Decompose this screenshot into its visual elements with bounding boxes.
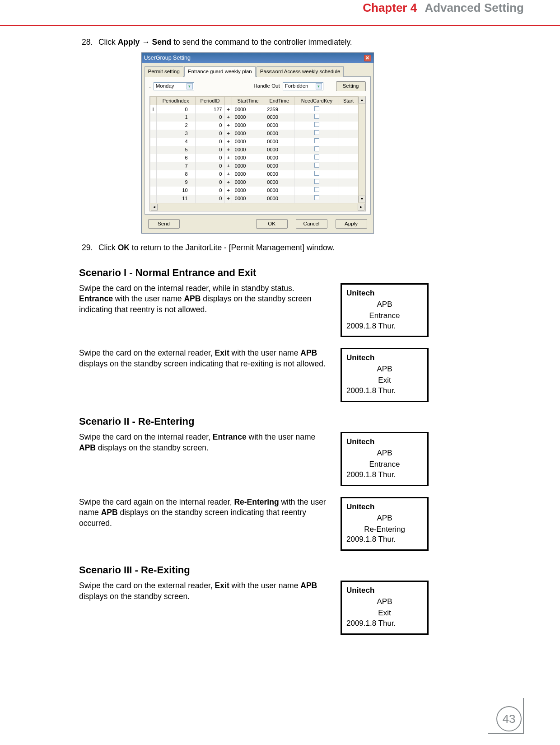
col-start[interactable]: Start: [339, 96, 358, 105]
table-row[interactable]: 70+00000000: [150, 162, 358, 170]
header-rule: [0, 25, 560, 26]
lcd-display-entrance: Unitech APB Entrance 2009.1.8 Thur.: [341, 283, 429, 337]
checkbox[interactable]: [314, 146, 319, 151]
lcd-date: 2009.1.8 Thur.: [346, 534, 423, 545]
table-row[interactable]: 100+00000000: [150, 187, 358, 195]
step-29-num: 29.: [82, 243, 96, 253]
apply-button[interactable]: Apply: [336, 219, 367, 229]
checkbox[interactable]: [314, 138, 319, 143]
page-number: 43: [496, 706, 522, 731]
usergroup-setting-dialog: UserGroup Setting ✕ Permit setting Entra…: [141, 52, 374, 234]
step-28-num: 28.: [82, 37, 96, 48]
scroll-right-icon[interactable]: ▸: [358, 204, 364, 211]
table-row[interactable]: 110+00000000: [150, 195, 358, 203]
scenario-1-para-2: Swipe the card on the external reader, E…: [79, 348, 330, 369]
lcd-status: Entrance: [346, 459, 423, 470]
lcd-display-exit-2: Unitech APB Exit 2009.1.8 Thur.: [341, 581, 429, 635]
period-grid: PeriodIndex PeriodID StartTime EndTime N…: [149, 96, 366, 211]
checkbox[interactable]: [314, 106, 319, 111]
lcd-username: APB: [346, 364, 423, 375]
tab-password-schedule[interactable]: Password Access weekly schedule: [257, 66, 344, 77]
lcd-username: APB: [346, 448, 423, 459]
col-starttime[interactable]: StartTime: [232, 96, 264, 105]
step-29: 29. Click OK to return to the JanitorLit…: [82, 243, 436, 253]
table-row[interactable]: 80+00000000: [150, 170, 358, 178]
checkbox[interactable]: [314, 122, 319, 127]
chapter-label: Chapter 4: [363, 1, 417, 14]
tab-permit-setting[interactable]: Permit setting: [145, 66, 183, 77]
scenario-2-heading: Scenario II - Re-Entering: [79, 415, 436, 428]
table-row[interactable]: 50+00000000: [150, 146, 358, 154]
ok-button[interactable]: OK: [256, 219, 288, 229]
lcd-status: Re-Entering: [346, 525, 423, 535]
checkbox[interactable]: [314, 163, 319, 168]
checkbox[interactable]: [314, 195, 319, 200]
chevron-down-icon: ▾: [316, 83, 322, 89]
lcd-brand: Unitech: [346, 437, 423, 447]
send-button[interactable]: Send: [148, 219, 180, 229]
table-row[interactable]: 10+00000000: [150, 113, 358, 122]
dialog-titlebar: UserGroup Setting ✕: [142, 53, 373, 63]
table-row[interactable]: 40+00000000: [150, 138, 358, 146]
handleout-value: Forbidden: [285, 83, 308, 90]
scroll-down-icon[interactable]: ▾: [359, 196, 365, 202]
setting-button[interactable]: Setting: [336, 81, 366, 91]
lcd-display-entrance-2: Unitech APB Entrance 2009.1.8 Thur.: [341, 432, 429, 486]
tab-entrance-guard[interactable]: Entrance guard weekly plan: [184, 66, 256, 77]
tab-row: Permit setting Entrance guard weekly pla…: [145, 66, 371, 77]
cancel-button[interactable]: Cancel: [296, 219, 327, 229]
lcd-brand: Unitech: [346, 586, 423, 596]
checkbox[interactable]: [314, 171, 319, 176]
step-29-tail: to return to the JanitorLite - [Permit M…: [130, 243, 335, 252]
table-row[interactable]: 60+00000000: [150, 154, 358, 162]
table-row[interactable]: I0127+00002359: [150, 105, 358, 113]
lcd-brand: Unitech: [346, 502, 423, 512]
scenario-3-heading: Scenario III - Re-Exiting: [79, 563, 436, 577]
lcd-date: 2009.1.8 Thur.: [346, 470, 423, 480]
lcd-date: 2009.1.8 Thur.: [346, 618, 423, 629]
handleout-label: Handle Out: [254, 83, 280, 90]
step-28-send: Send: [152, 37, 172, 47]
day-dropdown[interactable]: Monday▾: [154, 82, 194, 90]
step-28: 28. Click Apply → Send to send the comma…: [82, 37, 436, 48]
checkbox[interactable]: [314, 130, 319, 135]
lcd-username: APB: [346, 300, 423, 310]
checkbox[interactable]: [314, 114, 319, 119]
col-needcardkey[interactable]: NeedCardKey: [294, 96, 339, 105]
close-icon[interactable]: ✕: [364, 55, 371, 61]
table-row[interactable]: 30+00000000: [150, 130, 358, 138]
col-periodindex[interactable]: PeriodIndex: [156, 96, 195, 105]
lcd-date: 2009.1.8 Thur.: [346, 386, 423, 396]
step-28-apply: Apply: [118, 37, 140, 47]
lcd-brand: Unitech: [346, 353, 423, 363]
step-28-tail: to send the command to the controller im…: [171, 37, 352, 47]
checkbox[interactable]: [314, 155, 319, 159]
checkbox[interactable]: [314, 187, 319, 192]
dialog-title: UserGroup Setting: [144, 54, 191, 62]
lcd-status: Exit: [346, 608, 423, 618]
table-row[interactable]: 20+00000000: [150, 122, 358, 130]
handleout-dropdown[interactable]: Forbidden▾: [283, 82, 323, 90]
scenario-2-para-2: Swipe the card again on the internal rea…: [79, 497, 330, 529]
lcd-brand: Unitech: [346, 288, 423, 299]
lcd-status: Exit: [346, 375, 423, 386]
scroll-left-icon[interactable]: ◂: [151, 204, 158, 211]
chevron-down-icon: ▾: [187, 83, 193, 89]
col-endtime[interactable]: EndTime: [264, 96, 294, 105]
scenario-1-heading: Scenario I - Normal Entrance and Exit: [79, 266, 436, 280]
lcd-date: 2009.1.8 Thur.: [346, 321, 423, 332]
checkbox[interactable]: [314, 179, 319, 184]
lcd-username: APB: [346, 513, 423, 524]
lcd-status: Entrance: [346, 311, 423, 321]
step-29-ok: OK: [118, 243, 130, 252]
arrow-icon: →: [140, 37, 152, 47]
scenario-3-para-1: Swipe the card on the external reader, E…: [79, 581, 330, 602]
step-29-text: Click: [98, 243, 118, 252]
day-value: Monday: [156, 83, 174, 90]
scenario-1-para-1: Swipe the card on the internal reader, w…: [79, 283, 330, 315]
header-title: Advanced Setting: [420, 1, 524, 14]
table-row[interactable]: 90+00000000: [150, 178, 358, 187]
lcd-display-exit: Unitech APB Exit 2009.1.8 Thur.: [341, 348, 429, 402]
col-periodid[interactable]: PeriodID: [195, 96, 225, 105]
scroll-up-icon[interactable]: ▴: [359, 97, 365, 103]
